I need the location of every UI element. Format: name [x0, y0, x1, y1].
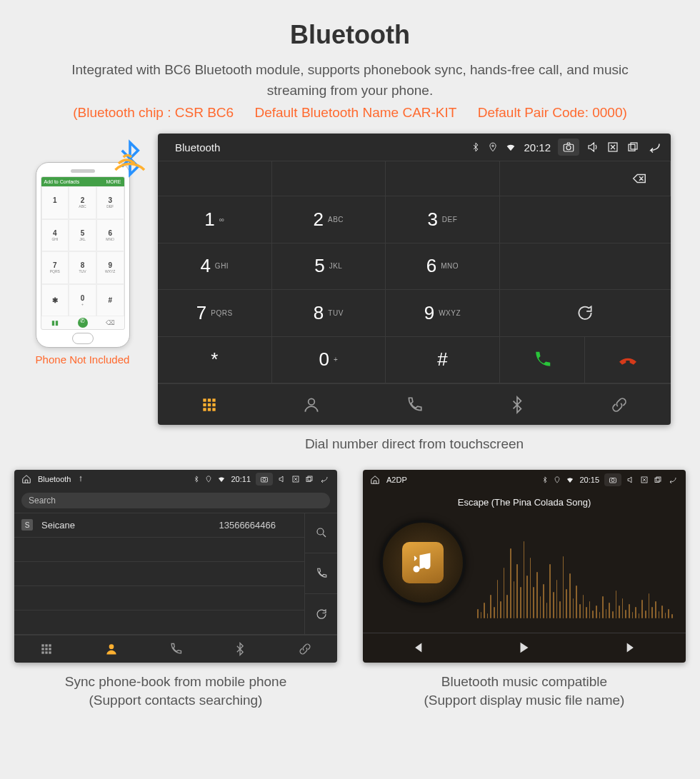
- screenshot-button[interactable]: [604, 473, 621, 486]
- close-box-icon[interactable]: [606, 141, 619, 154]
- back-icon[interactable]: [646, 141, 664, 154]
- svg-rect-12: [203, 408, 206, 411]
- key-9[interactable]: 9WXYZ: [386, 290, 500, 337]
- tab-pair[interactable]: [568, 384, 671, 425]
- keypad-spacer: [500, 196, 671, 243]
- page-subtitle: Integrated with BC6 Bluetooth module, su…: [57, 60, 643, 101]
- side-call-icon[interactable]: [305, 553, 337, 594]
- bluetooth-status-icon: [193, 476, 200, 483]
- contact-row[interactable]: SSeicane13566664466: [14, 513, 304, 538]
- wifi-icon: [505, 141, 516, 153]
- svg-rect-19: [306, 477, 311, 481]
- prev-button[interactable]: [363, 633, 471, 663]
- svg-point-17: [263, 478, 266, 481]
- music-statusbar: A2DP 20:15: [363, 470, 686, 490]
- phonebook-panel: Bluetooth 20:11 Search: [14, 470, 337, 663]
- usb-icon: [77, 476, 84, 483]
- refresh-button[interactable]: [500, 290, 671, 337]
- volume-icon[interactable]: [586, 141, 599, 154]
- key-0[interactable]: 0+: [272, 337, 386, 384]
- bluetooth-status-icon: [541, 476, 549, 483]
- svg-rect-14: [212, 408, 215, 411]
- phonebook-time: 20:11: [231, 475, 251, 483]
- screenshot-button[interactable]: [256, 473, 273, 486]
- backspace-button[interactable]: [500, 161, 671, 196]
- search-input[interactable]: Search: [21, 493, 330, 508]
- spec-name: Default Bluetooth Name CAR-KIT: [254, 105, 456, 120]
- close-box-icon[interactable]: [640, 476, 649, 484]
- back-icon[interactable]: [667, 476, 679, 484]
- tab-dialpad[interactable]: [14, 635, 79, 663]
- svg-rect-11: [212, 403, 215, 406]
- bluetooth-status-icon: [471, 142, 481, 152]
- music-controls: [363, 633, 686, 663]
- svg-rect-10: [208, 403, 211, 406]
- svg-rect-9: [203, 403, 206, 406]
- end-call-button[interactable]: [585, 337, 671, 383]
- spec-line: (Bluetooth chip : CSR BC6 Default Blueto…: [0, 105, 700, 121]
- side-search-icon[interactable]: [305, 513, 337, 554]
- tab-bluetooth[interactable]: [466, 384, 569, 425]
- tab-dialpad[interactable]: [158, 384, 261, 425]
- svg-point-15: [309, 398, 315, 405]
- side-refresh-icon[interactable]: [305, 594, 337, 635]
- key-1[interactable]: 1∞: [158, 196, 272, 243]
- spec-code: Default Pair Code: 0000): [478, 105, 627, 120]
- tab-calllog[interactable]: [144, 635, 208, 663]
- next-button[interactable]: [578, 633, 686, 663]
- phone-caption: Phone Not Included: [20, 353, 145, 366]
- recents-icon[interactable]: [626, 141, 639, 154]
- phone-add-contacts-label: Add to Contacts: [44, 179, 80, 184]
- svg-rect-28: [42, 651, 44, 653]
- svg-rect-29: [46, 651, 48, 653]
- svg-rect-27: [49, 648, 51, 650]
- svg-point-2: [566, 146, 571, 150]
- location-icon: [488, 142, 498, 152]
- tab-bluetooth[interactable]: [208, 635, 272, 663]
- svg-rect-25: [42, 648, 44, 650]
- volume-icon[interactable]: [626, 476, 635, 484]
- close-box-icon[interactable]: [291, 475, 300, 483]
- number-display-row: [158, 161, 671, 196]
- svg-rect-4: [629, 144, 635, 151]
- svg-rect-22: [42, 644, 44, 646]
- key-#[interactable]: #: [386, 337, 500, 384]
- dialer-bottom-tabs: [158, 383, 671, 425]
- wifi-icon: [566, 476, 574, 484]
- tab-contacts[interactable]: [79, 635, 143, 663]
- contact-number: 13566664466: [219, 520, 276, 531]
- svg-rect-5: [631, 143, 637, 149]
- key-2[interactable]: 2ABC: [272, 196, 386, 243]
- page-title: Bluetooth: [0, 0, 700, 60]
- recents-icon[interactable]: [305, 475, 314, 483]
- key-7[interactable]: 7PQRS: [158, 290, 272, 337]
- key-5[interactable]: 5JKL: [272, 243, 386, 291]
- music-time: 20:15: [579, 476, 599, 484]
- dialer-time: 20:12: [524, 141, 551, 154]
- tab-contacts[interactable]: [261, 384, 364, 425]
- dialer-panel: Bluetooth 20:12: [158, 134, 671, 425]
- home-icon[interactable]: [21, 474, 31, 484]
- key-3[interactable]: 3DEF: [386, 196, 500, 243]
- phonebook-bottom-tabs: [14, 635, 337, 663]
- volume-icon[interactable]: [278, 475, 286, 483]
- home-icon[interactable]: [370, 475, 380, 485]
- music-caption: Bluetooth music compatible (Support disp…: [424, 673, 625, 710]
- back-icon[interactable]: [319, 475, 330, 483]
- play-button[interactable]: [471, 633, 579, 663]
- music-title: A2DP: [386, 476, 407, 484]
- call-button[interactable]: [500, 337, 586, 383]
- phone-home-button: [72, 333, 94, 344]
- album-art: [380, 520, 466, 605]
- music-note-icon: [402, 542, 444, 583]
- key-6[interactable]: 6MNO: [386, 243, 500, 291]
- recents-icon[interactable]: [654, 476, 662, 484]
- svg-rect-20: [308, 476, 312, 481]
- dialer-title: Bluetooth: [175, 141, 220, 154]
- screenshot-button[interactable]: [558, 139, 579, 156]
- key-*[interactable]: *: [158, 337, 272, 384]
- tab-calllog[interactable]: [363, 384, 466, 425]
- tab-pair[interactable]: [273, 635, 337, 663]
- key-4[interactable]: 4GHI: [158, 243, 272, 291]
- key-8[interactable]: 8TUV: [272, 290, 386, 337]
